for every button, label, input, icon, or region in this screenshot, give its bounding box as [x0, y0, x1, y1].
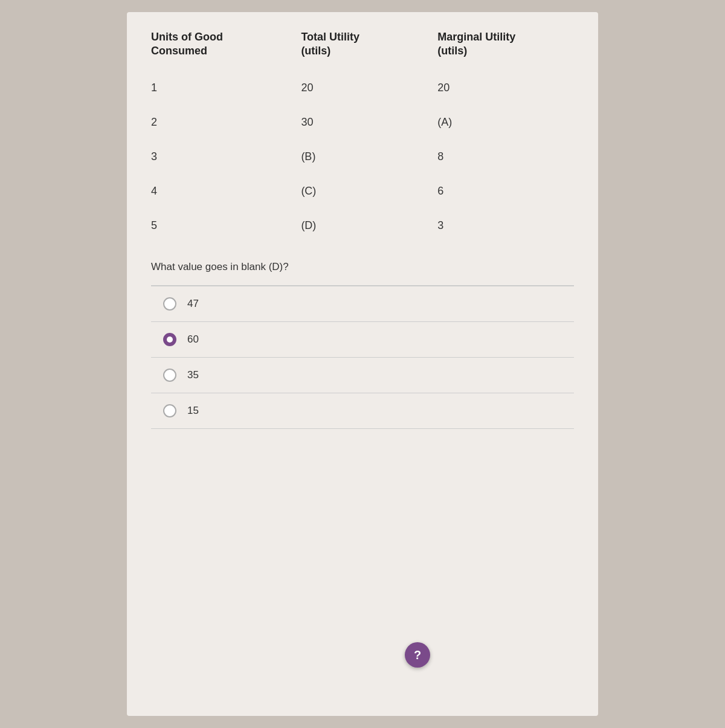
radio-opt2[interactable]	[163, 333, 176, 346]
table-row: 3 (B) 8	[151, 140, 574, 174]
cell-marginal-5: 3	[437, 208, 574, 243]
table-row: 5 (D) 3	[151, 208, 574, 243]
option-label-opt2: 60	[187, 333, 199, 346]
cell-marginal-2: (A)	[437, 105, 574, 140]
table-row: 2 30 (A)	[151, 105, 574, 140]
main-card: Units of Good Consumed Total Utility (ut…	[127, 12, 598, 716]
col-marginal-header: Marginal Utility (utils)	[437, 30, 574, 71]
cell-units-3: 3	[151, 140, 301, 174]
radio-opt3[interactable]	[163, 369, 176, 382]
cell-marginal-3: 8	[437, 140, 574, 174]
cell-units-2: 2	[151, 105, 301, 140]
table-row: 1 20 20	[151, 71, 574, 105]
table-row: 4 (C) 6	[151, 174, 574, 208]
radio-opt4[interactable]	[163, 404, 176, 417]
cell-total-2: 30	[301, 105, 437, 140]
radio-opt1[interactable]	[163, 297, 176, 311]
cell-total-5: (D)	[301, 208, 437, 243]
cell-units-4: 4	[151, 174, 301, 208]
cell-marginal-4: 6	[437, 174, 574, 208]
col-units-header: Units of Good Consumed	[151, 30, 301, 71]
options-section: 47603515	[151, 286, 574, 429]
option-row-3[interactable]: 35	[151, 358, 574, 393]
col-total-header: Total Utility (utils)	[301, 30, 437, 71]
option-row-1[interactable]: 47	[151, 286, 574, 322]
option-label-opt3: 35	[187, 369, 199, 381]
table-section: Units of Good Consumed Total Utility (ut…	[151, 30, 574, 243]
option-label-opt4: 15	[187, 405, 199, 417]
help-button[interactable]: ?	[405, 642, 430, 668]
cell-units-1: 1	[151, 71, 301, 105]
cell-total-3: (B)	[301, 140, 437, 174]
cell-total-4: (C)	[301, 174, 437, 208]
option-row-2[interactable]: 60	[151, 322, 574, 358]
question-text: What value goes in blank (D)?	[151, 261, 574, 285]
option-row-4[interactable]: 15	[151, 393, 574, 429]
cell-marginal-1: 20	[437, 71, 574, 105]
cell-units-5: 5	[151, 208, 301, 243]
cell-total-1: 20	[301, 71, 437, 105]
option-label-opt1: 47	[187, 298, 199, 310]
utility-table: Units of Good Consumed Total Utility (ut…	[151, 30, 574, 243]
